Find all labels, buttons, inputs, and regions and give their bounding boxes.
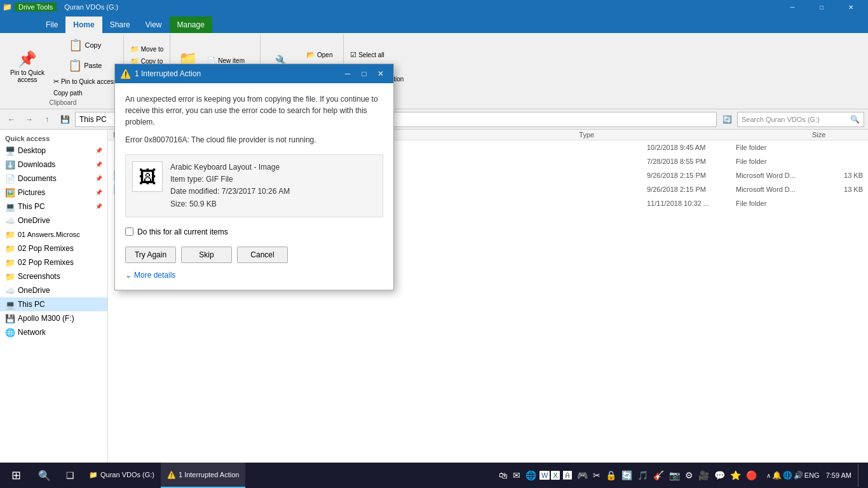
dialog-titlebar: ⚠️ 1 Interrupted Action ─ □ ✕	[115, 64, 393, 83]
file-item-type: Item type: GIF File	[170, 173, 290, 186]
dialog-maximize-button[interactable]: □	[356, 66, 372, 81]
dialog-message: An unexpected error is keeping you from …	[125, 93, 383, 128]
dialog-warning-icon: ⚠️	[120, 69, 131, 79]
chevron-down-icon: ⌄	[125, 271, 132, 280]
dialog-titlebar-controls: ─ □ ✕	[340, 66, 388, 81]
do-this-label: Do this for all current items	[137, 227, 228, 236]
dialog-minimize-button[interactable]: ─	[340, 66, 355, 81]
dialog-overlay: ⚠️ 1 Interrupted Action ─ □ ✕ An unexpec…	[0, 0, 868, 488]
dialog-file-details: Arabic Keyboard Layout - Image Item type…	[170, 161, 290, 210]
file-date-modified: Date modified: 7/23/2017 10:26 AM	[170, 186, 290, 198]
dialog-checkbox-container: Do this for all current items	[125, 227, 383, 236]
dialog-close-button[interactable]: ✕	[373, 66, 388, 81]
file-name: Arabic Keyboard Layout - Image	[170, 161, 290, 173]
more-details-toggle[interactable]: ⌄ More details	[125, 271, 383, 280]
dialog-error: Error 0x8007016A: The cloud file provide…	[125, 135, 383, 144]
dialog-content: An unexpected error is keeping you from …	[115, 83, 393, 290]
interrupted-action-dialog: ⚠️ 1 Interrupted Action ─ □ ✕ An unexpec…	[114, 64, 394, 290]
dialog-file-info: 🖼 Arabic Keyboard Layout - Image Item ty…	[125, 154, 383, 217]
dialog-title: 1 Interrupted Action	[135, 69, 340, 78]
more-details-label: More details	[134, 271, 175, 280]
cancel-button[interactable]: Cancel	[237, 247, 288, 263]
try-again-button[interactable]: Try Again	[125, 247, 176, 263]
do-this-checkbox[interactable]	[125, 227, 133, 236]
dialog-buttons: Try Again Skip Cancel	[125, 247, 383, 266]
dialog-file-icon: 🖼	[132, 161, 163, 192]
skip-button[interactable]: Skip	[181, 247, 232, 263]
file-size: Size: 50.9 KB	[170, 198, 290, 210]
